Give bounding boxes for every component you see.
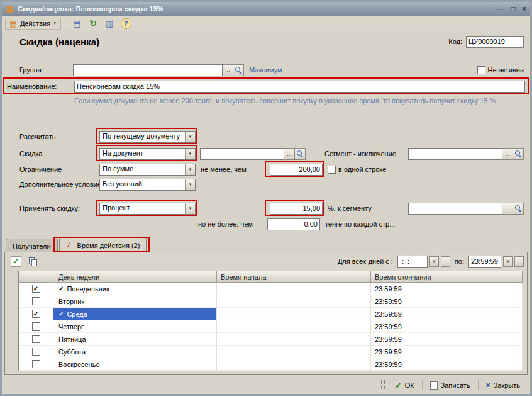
ellipsis-icon: ... [505, 150, 510, 157]
one-line-checkbox[interactable] [328, 166, 336, 174]
table-row[interactable]: Суббота23:59:59 [19, 346, 523, 358]
reread-button[interactable]: ▥ [102, 16, 117, 30]
table-row[interactable]: Вторник23:59:59 [19, 295, 523, 308]
close-icon[interactable]: × [522, 4, 526, 13]
day-checkbox[interactable] [32, 335, 40, 343]
max-amount-field[interactable] [267, 218, 320, 230]
table-body: ✓✓Понедельник23:59:59Вторник23:59:59✓✓Ср… [19, 283, 523, 371]
day-checkbox[interactable]: ✓ [32, 310, 40, 318]
start-time-cell[interactable] [217, 283, 371, 295]
end-time-cell[interactable]: 23:59:59 [371, 358, 523, 370]
table-row[interactable]: Четверг23:59:59 [19, 320, 523, 333]
end-time-cell[interactable]: 23:59:59 [371, 346, 523, 358]
close-x-icon: × [486, 381, 490, 390]
maximize-icon[interactable]: □ [511, 4, 516, 13]
end-time-cell[interactable]: 23:59:59 [371, 295, 523, 307]
to-clear-button[interactable]: × [503, 256, 513, 267]
day-cell[interactable]: Четверг [53, 320, 217, 332]
table-row[interactable]: Пятница23:59:59 [19, 333, 523, 346]
table-row[interactable]: Воскресенье23:59:59 [19, 358, 523, 371]
chevron-down-icon[interactable]: ▼ [185, 203, 195, 214]
group-search-button[interactable] [233, 64, 244, 76]
save-button[interactable]: Записать [425, 380, 475, 391]
day-label: Воскресенье [58, 361, 100, 368]
segment-field[interactable] [408, 203, 502, 215]
all-days-from-field[interactable] [397, 256, 428, 268]
segment-excl-search-button[interactable] [513, 148, 524, 160]
extra-cond-select[interactable]: Без условий ▼ [99, 179, 196, 191]
close-button[interactable]: × Закрыть [481, 380, 525, 391]
day-cell[interactable]: Суббота [53, 346, 217, 358]
from-clear-button[interactable]: × [429, 256, 439, 267]
header-checkbox-column[interactable] [19, 271, 53, 283]
group-link[interactable]: Максимум [249, 66, 282, 74]
header-start-time[interactable]: Время начала [217, 271, 371, 283]
discount-select[interactable]: На документ ▼ [99, 148, 196, 160]
start-time-cell[interactable] [217, 308, 371, 320]
from-pick-button[interactable]: ... [441, 256, 450, 267]
minimize-icon[interactable]: — [497, 4, 505, 13]
day-cell[interactable]: Вторник [53, 295, 217, 307]
end-time-cell[interactable]: 23:59:59 [371, 320, 523, 332]
code-field[interactable] [466, 36, 524, 48]
title-bar[interactable]: ▦ Скидка/наценка: Пенсионерам скидка 15%… [2, 2, 530, 16]
all-days-to-field[interactable] [468, 256, 501, 268]
chevron-down-icon[interactable]: ▼ [185, 132, 195, 142]
segment-excl-field[interactable] [408, 148, 502, 160]
table-row[interactable]: ✓✓Понедельник23:59:59 [19, 283, 523, 295]
start-time-cell[interactable] [217, 346, 371, 358]
tab-recipients[interactable]: Получатели [6, 239, 58, 252]
start-time-cell[interactable] [217, 358, 371, 370]
segment-search-button[interactable] [513, 203, 524, 215]
search-icon [297, 150, 304, 157]
discount-target-field[interactable] [200, 148, 284, 160]
group-field[interactable] [73, 64, 223, 76]
check-all-button[interactable]: ✓ [8, 254, 23, 268]
calc-select[interactable]: По текущему документу ▼ [99, 131, 196, 143]
day-checkbox[interactable] [32, 297, 40, 305]
segment-more-button[interactable]: ... [502, 203, 513, 215]
group-more-button[interactable]: ... [223, 64, 233, 76]
day-checkbox[interactable] [32, 348, 40, 356]
to-pick-button[interactable]: ... [514, 256, 524, 267]
day-checkbox[interactable]: ✓ [32, 285, 40, 293]
day-cell[interactable]: Воскресенье [53, 358, 217, 370]
day-cell[interactable]: ✓Среда [53, 308, 217, 320]
tab-schedule[interactable]: → Время действия (2) [59, 237, 147, 252]
ok-button[interactable]: ✓ ОК [390, 380, 419, 392]
end-time-cell[interactable]: 23:59:59 [371, 308, 523, 320]
percent-field[interactable] [270, 203, 323, 215]
table-row[interactable]: ✓✓Среда23:59:59 [19, 308, 523, 320]
day-checkbox[interactable] [32, 322, 40, 331]
end-time-cell[interactable]: 23:59:59 [371, 333, 523, 345]
start-time-cell[interactable] [217, 320, 371, 332]
chevron-down-icon[interactable]: ▼ [185, 179, 195, 190]
start-time-cell[interactable] [217, 333, 371, 345]
day-cell[interactable]: Пятница [53, 333, 217, 345]
discount-target-more-button[interactable]: ... [284, 148, 295, 160]
apply-label: Применять скидку: [19, 205, 99, 212]
copy-schedule-button[interactable] [25, 254, 40, 268]
header-end-time[interactable]: Время окончания [371, 271, 523, 283]
chevron-down-icon[interactable]: ▼ [185, 164, 195, 175]
apply-select[interactable]: Процент ▼ [99, 203, 196, 215]
limit-select[interactable]: По сумме ▼ [99, 164, 196, 176]
day-label: Суббота [58, 348, 86, 356]
go-to-list-button[interactable]: ▤ [69, 16, 84, 30]
day-checkbox[interactable] [32, 360, 40, 368]
start-time-cell[interactable] [217, 295, 371, 307]
inactive-checkbox[interactable] [477, 66, 485, 74]
refresh-button[interactable]: ↻ [86, 16, 101, 30]
name-field[interactable] [74, 81, 525, 93]
table-header: День недели Время начала Время окончания [19, 271, 523, 283]
end-time-cell[interactable]: 23:59:59 [371, 283, 523, 295]
row-checkbox-cell [19, 295, 53, 307]
limit-amount-field[interactable] [270, 164, 323, 176]
chevron-down-icon[interactable]: ▼ [185, 149, 195, 159]
day-cell[interactable]: ✓Понедельник [53, 283, 217, 295]
discount-target-search-button[interactable] [295, 148, 306, 160]
segment-excl-more-button[interactable]: ... [502, 148, 513, 160]
header-day[interactable]: День недели [53, 271, 217, 283]
help-button[interactable]: ? [118, 16, 133, 30]
actions-menu-button[interactable]: ▦ Действия ▼ [5, 18, 61, 30]
